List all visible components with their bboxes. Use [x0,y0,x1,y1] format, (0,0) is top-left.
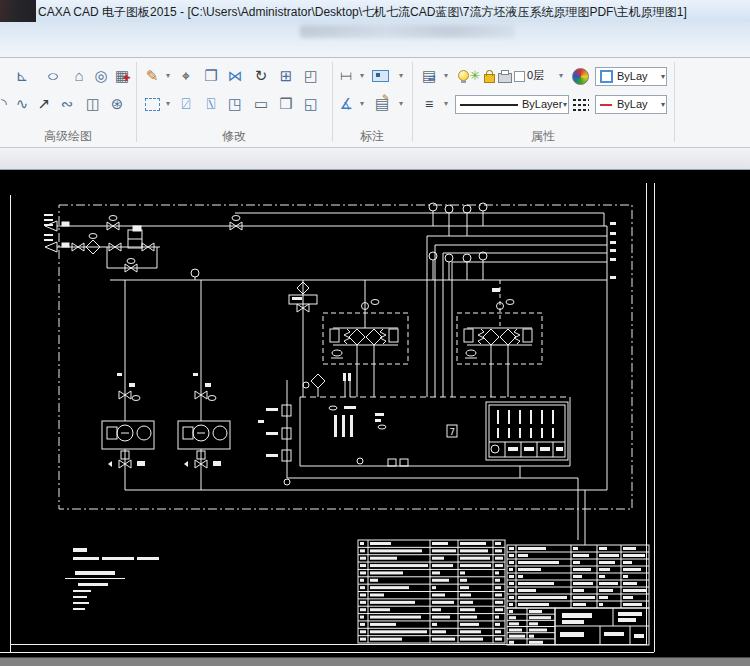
status-strip [0,657,750,666]
pointer-tool-icon[interactable]: ↗ [34,94,54,114]
wave-line-tool-icon[interactable]: ∿ [12,94,32,114]
piping-network [57,213,607,545]
layer-lock-icon[interactable] [484,74,495,83]
color-combo-dropdown-arrow[interactable]: ▾ [661,72,665,81]
layer-swap-icon: ⇄ [428,74,438,84]
tank-number-label: 7 [450,427,455,437]
text-edit-dropdown-arrow[interactable]: ▾ [396,94,406,114]
layer-combo-dropdown-arrow[interactable]: ▾ [556,66,566,86]
lineweight-dropdown-arrow2[interactable]: ▾ [661,100,665,109]
cylinder-tool-icon[interactable]: ◫ [83,94,103,114]
pressure-gauges [429,203,487,280]
title-bar[interactable]: CAXA CAD 电子图板2015 - [C:\Users\Administra… [0,0,750,22]
coordinate-dimension-icon[interactable] [372,70,389,82]
ellipse-tool-icon[interactable]: ○ [39,66,68,86]
notes-block [65,548,159,610]
lineweight-style-icon[interactable] [573,99,589,111]
curve-dropdown-arrow[interactable]: ▾ [357,94,367,114]
inlet-arrows [44,214,69,252]
drawing-canvas[interactable]: 7 [0,170,750,657]
stretch-dropdown-arrow[interactable]: ▾ [163,94,173,114]
oil-tank: 7 [300,397,570,466]
extend-icon[interactable]: ⍂ [201,94,221,114]
color-combo[interactable]: ByLay ▾ [595,67,667,86]
lineweight-menu-icon[interactable]: ≡ [419,94,439,114]
title-block [555,608,649,645]
window-title: CAXA CAD 电子图板2015 - [C:\Users\Administra… [38,4,687,21]
linear-dimension-icon[interactable]: ⌶ [336,71,356,80]
section-label-properties: 属性 [412,128,674,145]
copy-icon[interactable]: ❐ [201,66,221,86]
stretch-icon[interactable] [145,98,160,111]
tank-side-column [258,405,291,485]
color-swatch-bylayer [600,70,613,83]
section-label-dimension: 标注 [332,128,412,145]
lineweight-sample [600,104,612,106]
port-labels [610,222,616,279]
linetype-dropdown-arrow[interactable]: ▾ [563,100,567,109]
cad-drawing[interactable]: 7 [0,170,750,657]
text-edit-pen-icon: ✎ [382,94,392,104]
layer-color-swatch[interactable] [514,71,525,82]
lineweight-combo-value: ByLay [617,98,648,110]
contour-tool-icon[interactable]: ∾ [57,94,77,114]
lineweight-dropdown-arrow[interactable]: ▾ [441,94,451,114]
move-icon[interactable]: ⌖ [176,66,196,86]
ribbon: ⊾ ○ ⌂ ◎ ▦ ✚ ◝ ∿ ↗ ∾ ◫ ⊛ 高级绘图 ✎ ▾ ⌖ ❐ ⋈ ↻… [0,58,750,147]
block-icon[interactable]: ❒ [276,94,296,114]
linetype-combo[interactable]: ByLayer ▾ [455,95,569,114]
bom-tables [358,540,649,645]
curve-dimension-icon[interactable]: ∡ [336,94,356,114]
color-wheel-icon[interactable] [572,68,589,85]
pencil-dropdown-arrow[interactable]: ▾ [163,66,173,86]
return-filter [303,373,351,397]
section-separator [674,62,675,142]
box-icon[interactable]: ▭ [251,94,271,114]
section-label-modify: 修改 [136,128,332,145]
scale-icon[interactable]: ◰ [301,66,321,86]
erase-pencil-icon[interactable]: ✎ [142,66,162,86]
edge-trim-icon[interactable]: ◳ [225,94,245,114]
layer-thaw-sun-icon[interactable]: ✳ [468,68,482,83]
arc-circle-tool-icon[interactable]: ◎ [91,66,111,86]
blob-tool-icon[interactable]: ⊛ [107,94,127,114]
menu-strip[interactable] [0,22,750,57]
layer-combo-value[interactable]: 0层 [527,68,544,83]
corner-icon[interactable]: ◱ [301,94,321,114]
trim-icon[interactable]: ⍁ [176,94,196,114]
array-icon[interactable]: ⊞ [276,66,296,86]
table-plus-icon: ✚ [123,74,133,84]
linetype-combo-value: ByLayer [522,98,562,110]
dimension-dropdown-arrow[interactable]: ▾ [357,66,367,86]
rotate-icon[interactable]: ↻ [251,66,271,86]
tank-legend-box [486,402,568,460]
pump-unit-1 [102,373,154,468]
lineweight-combo[interactable]: ByLay ▾ [595,95,667,114]
section-label-advanced-drawing: 高级绘图 [0,128,136,145]
layer-print-icon[interactable] [498,73,512,83]
pump-unit-2 [178,373,230,468]
linetype-sample [460,104,518,106]
ribbon-bottom-strip [0,147,750,170]
polygon-tool-icon[interactable]: ⌂ [69,66,89,86]
coordinate-dropdown-arrow[interactable]: ▾ [396,66,406,86]
axis-tool-icon[interactable]: ⊾ [12,66,32,86]
layer-convert-dropdown-arrow[interactable]: ▾ [441,66,451,86]
mirror-icon[interactable]: ⋈ [225,66,245,86]
application-window: CAXA CAD 电子图板2015 - [C:\Users\Administra… [0,0,750,666]
color-combo-value: ByLay [617,70,648,82]
faded-menu-text [300,25,515,38]
